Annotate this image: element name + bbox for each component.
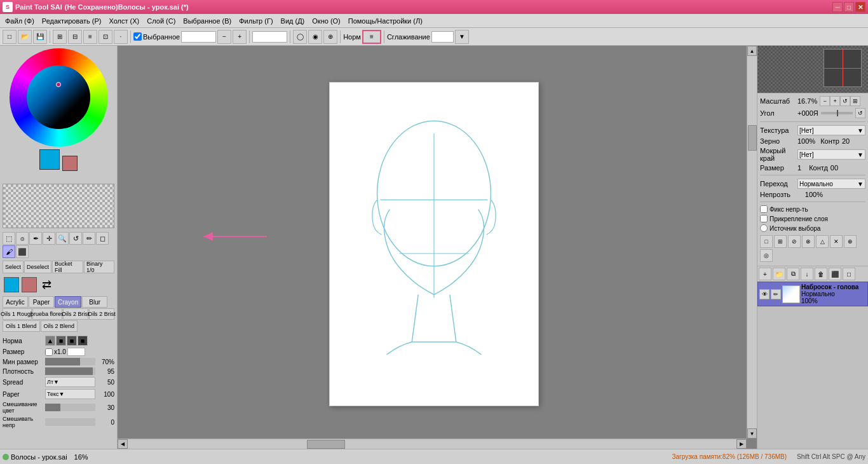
brush-oils2blend[interactable]: Oils 2 Blend <box>41 320 78 332</box>
minimize-button[interactable]: ─ <box>832 2 843 12</box>
restore-button[interactable]: □ <box>844 2 854 12</box>
brush-oils2brist2[interactable]: Oils 2 Brist <box>89 308 114 320</box>
selection-source-radio[interactable] <box>760 224 768 232</box>
foreground-color[interactable] <box>39 149 60 170</box>
brush-tool[interactable]: 🖌 <box>3 245 15 258</box>
shape-2[interactable]: ■ <box>56 336 66 346</box>
layer-item-0[interactable]: 👁 ✏ Набросок - голова Нормально 100% <box>757 282 868 306</box>
fg-color-small[interactable] <box>4 277 19 292</box>
tb-circle3[interactable]: ⊕ <box>323 30 337 44</box>
spread-dropdown[interactable]: Лт▼ <box>45 377 95 387</box>
scroll-v-thumb[interactable] <box>748 125 757 151</box>
scroll-down-btn[interactable]: ▼ <box>747 428 757 439</box>
mix-slider[interactable] <box>45 404 95 411</box>
menu-layer[interactable]: Слой (С) <box>143 16 179 26</box>
rotate-tool[interactable]: ↺ <box>69 232 82 245</box>
drawing-canvas[interactable] <box>329 82 539 406</box>
eraser-tool[interactable]: ◻ <box>96 232 109 245</box>
blend-btn-5[interactable]: △ <box>816 235 829 248</box>
layer-merge[interactable]: ↓ <box>801 268 813 280</box>
color-wheel[interactable] <box>10 48 108 147</box>
tb-dot[interactable]: · <box>114 30 128 44</box>
attach-layer-checkbox[interactable] <box>760 215 768 222</box>
blend-btn-2[interactable]: ⊞ <box>774 235 787 248</box>
menu-view[interactable]: Вид (Д) <box>277 16 309 26</box>
angle-reset[interactable]: ↺ <box>855 108 865 118</box>
minsize-slider[interactable] <box>45 358 95 365</box>
texture-dropdown[interactable]: [Нет] ▼ <box>797 125 865 135</box>
zoom-plus[interactable]: + <box>233 30 247 44</box>
brush-oils1blend[interactable]: Oils 1 Blend <box>3 320 40 332</box>
blendmode-dropdown[interactable]: Нормально ▼ <box>797 179 865 189</box>
blend-mode-btn[interactable]: ≡ <box>362 30 381 44</box>
scroll-h-thumb[interactable] <box>307 440 345 449</box>
tb-circle1[interactable]: ◯ <box>293 30 307 44</box>
layer-visibility-0[interactable]: 👁 <box>759 289 770 299</box>
brush-paper[interactable]: Paper <box>29 296 54 308</box>
scale-minus[interactable]: − <box>820 96 830 106</box>
blend-slider[interactable] <box>45 418 95 426</box>
scroll-right-btn[interactable]: ▶ <box>736 439 747 449</box>
menu-file[interactable]: Файл (Ф) <box>1 16 38 26</box>
layer-fill[interactable]: ⬛ <box>829 268 841 280</box>
layer-folder[interactable]: 📁 <box>773 268 785 280</box>
close-button[interactable]: ✕ <box>855 2 865 12</box>
shape-1[interactable]: ▲ <box>45 336 55 346</box>
tb-circle2[interactable]: ◉ <box>308 30 322 44</box>
eyedrop-tool[interactable]: ✒ <box>29 232 42 245</box>
layer-delete[interactable]: 🗑 <box>815 268 827 280</box>
menu-help[interactable]: Помощь/Настройки (Л) <box>344 16 426 26</box>
brush-prueba[interactable]: prueba flores <box>32 308 62 320</box>
shape-4[interactable]: ■ <box>78 336 88 346</box>
angle-slider[interactable] <box>821 112 853 114</box>
size-checkbox[interactable] <box>45 348 53 356</box>
scroll-up-btn[interactable]: ▲ <box>747 46 757 56</box>
select-tool[interactable]: ⬚ <box>3 232 15 245</box>
brush-blur[interactable]: Blur <box>82 296 107 308</box>
bg-color-small[interactable] <box>22 277 37 292</box>
layer-clear[interactable]: □ <box>843 268 855 280</box>
pen-tool[interactable]: ✏ <box>83 232 95 245</box>
blend-btn-4[interactable]: ⊗ <box>802 235 815 248</box>
canvas-vscroll[interactable]: ▲ ▼ <box>747 46 757 439</box>
blend-btn-1[interactable]: □ <box>760 235 773 248</box>
selected-checkbox[interactable] <box>133 32 142 41</box>
lasso-tool[interactable]: ⌾ <box>16 232 29 245</box>
color-picker-square[interactable] <box>27 65 90 129</box>
density-slider[interactable] <box>45 367 95 375</box>
binary-btn[interactable]: Binary 1/0 <box>84 261 114 273</box>
swap-colors-btn[interactable]: ⇄ <box>42 278 51 292</box>
background-color[interactable] <box>62 156 78 171</box>
paper-dropdown[interactable]: Текс▼ <box>45 389 95 399</box>
tb-new[interactable]: □ <box>3 30 17 44</box>
menu-edit[interactable]: Редактировать (Р) <box>38 16 105 26</box>
wet-dropdown[interactable]: [Нет] ▼ <box>797 149 865 160</box>
select-btn[interactable]: Select <box>3 261 24 273</box>
blend-btn-8[interactable]: ◎ <box>760 249 773 262</box>
menu-select[interactable]: Выбранное (В) <box>179 16 235 26</box>
layer-copy[interactable]: ⧉ <box>787 268 799 280</box>
shape-3[interactable]: ■ <box>67 336 77 346</box>
tb-open[interactable]: 📂 <box>18 30 32 44</box>
brush-oils1rough[interactable]: Oils 1 Rough <box>3 308 32 320</box>
scale-reset[interactable]: ↺ <box>840 96 850 106</box>
angle-input[interactable]: +000° <box>252 31 287 43</box>
tb-save[interactable]: 💾 <box>33 30 47 44</box>
menu-canvas[interactable]: Холст (Х) <box>105 16 144 26</box>
fix-opacity-checkbox[interactable] <box>760 205 768 213</box>
fill-tool[interactable]: ⬛ <box>16 245 29 258</box>
smoothing-input[interactable]: 15 <box>431 31 454 43</box>
zoom-input[interactable]: 16.66% <box>181 31 216 43</box>
menu-filter[interactable]: Фильтр (Г) <box>235 16 276 26</box>
canvas-hscroll[interactable]: ◀ ▶ <box>118 439 747 449</box>
tb-grid4[interactable]: ⊡ <box>98 30 112 44</box>
zoom-minus[interactable]: − <box>217 30 231 44</box>
scale-fit[interactable]: ⊞ <box>850 96 860 106</box>
layer-lock-0[interactable]: ✏ <box>771 289 781 299</box>
zoom-tool[interactable]: 🔍 <box>56 232 69 245</box>
deselect-btn[interactable]: Deselect <box>24 261 51 273</box>
move-tool[interactable]: ✛ <box>43 232 55 245</box>
blend-btn-3[interactable]: ⊘ <box>788 235 801 248</box>
size-input[interactable]: 13.0 <box>67 348 85 356</box>
menu-window[interactable]: Окно (О) <box>308 16 344 26</box>
